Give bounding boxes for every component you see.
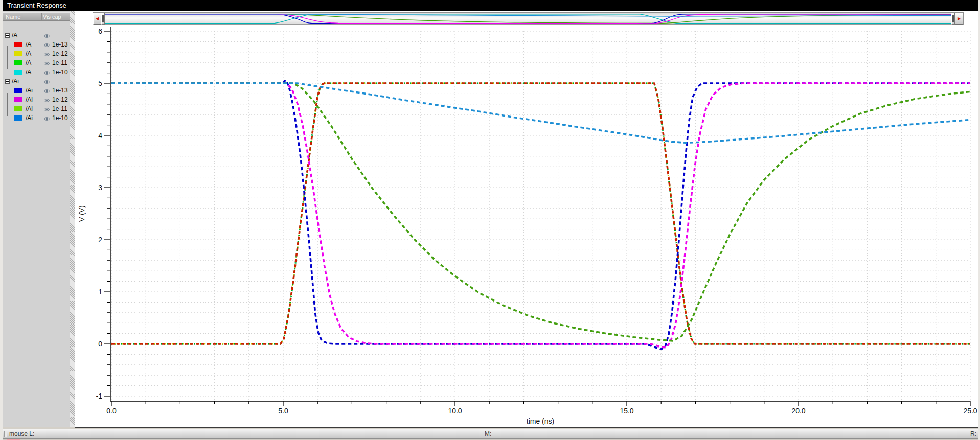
trace-A-1e-13[interactable] (111, 83, 970, 344)
signal-tree: /A /A 1e-13 /A 1e-12 /A 1e-11 /A 1e-10 /… (3, 31, 70, 123)
cap-value: 1e-11 (52, 105, 67, 112)
signal-group-label: /Ai (12, 78, 19, 85)
trace-color-swatch[interactable] (14, 60, 22, 65)
tree-leaf-signal[interactable]: /A 1e-13 (3, 40, 70, 49)
x-tick-label: 15.0 (620, 407, 633, 415)
cap-value: 1e-11 (52, 59, 67, 66)
signal-label: /A (26, 41, 31, 48)
tree-connector (8, 100, 13, 100)
signal-label: /Ai (26, 87, 33, 94)
collapse-icon[interactable] (5, 33, 10, 38)
y-tick-label: 4 (98, 131, 102, 140)
signal-label: /A (26, 59, 31, 66)
cap-value: 1e-13 (52, 41, 68, 48)
tree-connector (8, 90, 13, 91)
column-header-name: Name (6, 13, 20, 21)
trace-color-swatch[interactable] (14, 42, 22, 47)
status-mouse-left: mouse L: (9, 429, 34, 438)
trace-color-swatch[interactable] (14, 97, 22, 102)
panel-splitter[interactable] (70, 11, 75, 427)
statusbar-grip-icon[interactable] (4, 431, 7, 437)
signal-label: /A (26, 68, 31, 76)
main-area: Name Vis cap /A /A 1e-13 /A 1e-12 /A 1e (3, 11, 978, 427)
trace-A-1e-10[interactable] (111, 83, 970, 344)
trace-color-swatch[interactable] (14, 106, 22, 111)
cap-value: 1e-10 (52, 68, 68, 76)
tree-connector (8, 44, 13, 45)
status-mouse-middle: M: (485, 429, 491, 438)
eye-visibility-icon[interactable] (43, 33, 50, 40)
eye-visibility-icon[interactable] (43, 88, 50, 95)
tree-connector (8, 72, 13, 73)
x-tick-label: 25.0 (963, 407, 977, 415)
trace-color-swatch[interactable] (14, 70, 22, 75)
tree-connector (8, 54, 13, 54)
signal-label: /Ai (26, 114, 33, 122)
column-header-vis: Vis (43, 13, 51, 21)
tree-connector (8, 63, 13, 63)
x-tick-label: 0.0 (106, 407, 117, 415)
tree-leaf-signal[interactable]: /A 1e-10 (3, 67, 70, 77)
trace-Ai-1e-10[interactable] (111, 83, 970, 143)
y-tick-label: 2 (98, 236, 102, 244)
x-axis-title: time (ns) (527, 417, 554, 425)
trace-A-1e-11[interactable] (111, 83, 970, 344)
y-tick-label: 5 (98, 79, 102, 87)
plot-canvas[interactable]: -101234560.05.010.015.020.025.0time (ns)… (75, 11, 980, 427)
status-mouse-right: R: (970, 429, 976, 438)
eye-visibility-icon[interactable] (43, 60, 50, 67)
signal-label: /A (26, 50, 31, 57)
tree-node-group[interactable]: /Ai (3, 77, 70, 86)
trace-color-swatch[interactable] (14, 88, 22, 93)
y-axis-title: V (V) (78, 205, 86, 222)
column-divider (41, 13, 42, 20)
transient-response-window: Transient Response Name Vis cap /A /A 1e… (0, 0, 980, 440)
y-tick-label: 3 (98, 183, 102, 192)
x-tick-label: 5.0 (278, 407, 288, 415)
y-tick-label: 0 (98, 340, 102, 348)
tree-leaf-signal[interactable]: /Ai 1e-13 (3, 86, 70, 95)
tree-node-group[interactable]: /A (3, 31, 70, 40)
eye-visibility-icon[interactable] (43, 70, 50, 77)
window-title: Transient Response (7, 2, 66, 9)
plot-panel: ◀ ▶ -101234560.05.010.015.020.025.0time … (75, 11, 980, 427)
trace-color-swatch[interactable] (14, 115, 22, 121)
eye-visibility-icon[interactable] (43, 106, 50, 113)
tree-leaf-signal[interactable]: /A 1e-11 (3, 58, 70, 67)
tree-leaf-signal[interactable]: /A 1e-12 (3, 49, 70, 58)
column-divider (51, 13, 51, 20)
eye-visibility-icon[interactable] (43, 115, 50, 123)
eye-visibility-icon[interactable] (43, 79, 50, 86)
tree-connector (8, 109, 13, 109)
cap-value: 1e-10 (52, 114, 68, 122)
tree-leaf-signal[interactable]: /Ai 1e-11 (3, 104, 70, 113)
eye-visibility-icon[interactable] (43, 42, 50, 49)
y-tick-label: -1 (96, 392, 103, 400)
tree-leaf-signal[interactable]: /Ai 1e-10 (3, 113, 70, 123)
trace-color-swatch[interactable] (14, 51, 22, 56)
signal-label: /Ai (26, 96, 33, 103)
eye-visibility-icon[interactable] (43, 97, 50, 104)
status-bar: mouse L: M: R: (3, 429, 978, 439)
eye-visibility-icon[interactable] (43, 51, 50, 58)
cap-value: 1e-13 (52, 87, 68, 94)
column-header-cap: cap (52, 13, 61, 21)
tree-header: Name Vis cap (3, 12, 70, 21)
trace-A-1e-12[interactable] (111, 83, 970, 344)
title-bar[interactable]: Transient Response (3, 0, 978, 11)
x-tick-label: 20.0 (791, 407, 805, 415)
collapse-icon[interactable] (5, 79, 10, 84)
y-tick-label: 1 (98, 288, 102, 296)
tree-connector (8, 118, 13, 119)
cap-value: 1e-12 (52, 50, 68, 57)
trace-Ai-1e-12[interactable] (111, 83, 970, 348)
x-tick-label: 10.0 (448, 407, 462, 415)
tree-leaf-signal[interactable]: /Ai 1e-12 (3, 95, 70, 104)
signal-label: /Ai (26, 105, 33, 112)
cap-value: 1e-12 (52, 96, 68, 103)
y-tick-label: 6 (98, 27, 102, 35)
signal-group-label: /A (12, 32, 17, 39)
signal-tree-panel: Name Vis cap /A /A 1e-13 /A 1e-12 /A 1e (3, 11, 70, 427)
